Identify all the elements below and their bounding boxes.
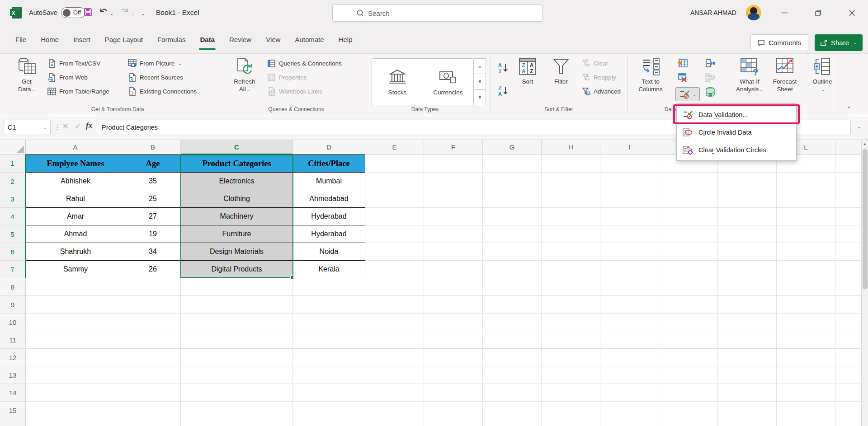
consolidate-button[interactable] bbox=[704, 57, 716, 69]
cell-B14[interactable] bbox=[125, 384, 181, 402]
cell-K8[interactable] bbox=[718, 278, 777, 296]
tab-formulas[interactable]: Formulas bbox=[150, 32, 193, 47]
cell-M4[interactable] bbox=[835, 208, 861, 225]
cell-L4[interactable] bbox=[777, 208, 835, 225]
cell-C1[interactable]: Product Categories bbox=[181, 154, 293, 173]
cell-K15[interactable] bbox=[718, 402, 777, 419]
tab-view[interactable]: View bbox=[259, 32, 288, 47]
cell-F1[interactable] bbox=[424, 154, 483, 173]
cell-G10[interactable] bbox=[483, 314, 542, 331]
cell-C14[interactable] bbox=[181, 384, 293, 402]
cell-C4[interactable]: Machinery bbox=[181, 208, 293, 225]
cell-M14[interactable] bbox=[835, 384, 861, 402]
cell-H11[interactable] bbox=[542, 331, 600, 349]
cell-G5[interactable] bbox=[483, 225, 542, 243]
cell-A5[interactable]: Ahmad bbox=[26, 225, 125, 243]
cell-K6[interactable] bbox=[718, 243, 777, 261]
cell-M9[interactable] bbox=[835, 296, 861, 314]
cell-C5[interactable]: Furniture bbox=[181, 225, 293, 243]
menu-item-data-validation[interactable]: Data Validation... bbox=[677, 106, 796, 123]
cell-C7[interactable]: Digital Products bbox=[181, 261, 293, 278]
from-picture-button[interactable]: From Picture⌄ bbox=[127, 57, 197, 70]
cell-C10[interactable] bbox=[181, 314, 293, 331]
cell-I5[interactable] bbox=[600, 225, 659, 243]
row-header-10[interactable]: 10 bbox=[0, 314, 26, 331]
cell-F3[interactable] bbox=[424, 190, 483, 208]
autosave-toggle[interactable]: Off bbox=[61, 7, 85, 18]
cell-K7[interactable] bbox=[718, 261, 777, 278]
close-button[interactable] bbox=[839, 0, 865, 26]
cell-J15[interactable] bbox=[659, 402, 718, 419]
cell-L16[interactable] bbox=[777, 419, 835, 426]
cell-K14[interactable] bbox=[718, 384, 777, 402]
cell-M13[interactable] bbox=[835, 366, 861, 384]
cell-E12[interactable] bbox=[365, 349, 424, 366]
cell-G12[interactable] bbox=[483, 349, 542, 366]
cell-C8[interactable] bbox=[181, 278, 293, 296]
cell-F16[interactable] bbox=[424, 419, 483, 426]
row-header-3[interactable]: 3 bbox=[0, 190, 26, 208]
cell-M10[interactable] bbox=[835, 314, 861, 331]
cell-I11[interactable] bbox=[600, 331, 659, 349]
cell-J6[interactable] bbox=[659, 243, 718, 261]
cell-C11[interactable] bbox=[181, 331, 293, 349]
cell-H10[interactable] bbox=[542, 314, 600, 331]
cell-C12[interactable] bbox=[181, 349, 293, 366]
row-header-9[interactable]: 9 bbox=[0, 296, 26, 314]
cell-G15[interactable] bbox=[483, 402, 542, 419]
tab-page-layout[interactable]: Page Layout bbox=[98, 32, 150, 47]
cell-L8[interactable] bbox=[777, 278, 835, 296]
menu-item-circle-invalid-data[interactable]: Circle Invalid Data bbox=[677, 123, 796, 141]
user-name[interactable]: ANSAR AHMAD bbox=[690, 9, 736, 16]
cell-B3[interactable]: 25 bbox=[125, 190, 181, 208]
advanced-button[interactable]: Advanced bbox=[581, 85, 621, 98]
cell-L9[interactable] bbox=[777, 296, 835, 314]
minimize-button[interactable] bbox=[771, 0, 797, 26]
cell-G14[interactable] bbox=[483, 384, 542, 402]
cell-J5[interactable] bbox=[659, 225, 718, 243]
row-header-2[interactable]: 2 bbox=[0, 173, 26, 190]
cell-A4[interactable]: Amar bbox=[26, 208, 125, 225]
cell-I6[interactable] bbox=[600, 243, 659, 261]
cell-H12[interactable] bbox=[542, 349, 600, 366]
cell-H16[interactable] bbox=[542, 419, 600, 426]
cell-B10[interactable] bbox=[125, 314, 181, 331]
cell-H13[interactable] bbox=[542, 366, 600, 384]
menu-item-clear-validation-circles[interactable]: Clear Validation Circles bbox=[677, 141, 796, 159]
cell-H9[interactable] bbox=[542, 296, 600, 314]
from-table-range-button[interactable]: From Table/Range bbox=[47, 85, 109, 98]
cell-E8[interactable] bbox=[365, 278, 424, 296]
cell-J11[interactable] bbox=[659, 331, 718, 349]
cell-H6[interactable] bbox=[542, 243, 600, 261]
cell-L7[interactable] bbox=[777, 261, 835, 278]
cell-B9[interactable] bbox=[125, 296, 181, 314]
cell-B7[interactable]: 26 bbox=[125, 261, 181, 278]
cell-F7[interactable] bbox=[424, 261, 483, 278]
cell-E10[interactable] bbox=[365, 314, 424, 331]
formula-bar-expand-chevron-icon[interactable]: ⌄ bbox=[857, 124, 861, 130]
cell-D5[interactable]: Hyderabad bbox=[293, 225, 365, 243]
cell-G6[interactable] bbox=[483, 243, 542, 261]
cell-G11[interactable] bbox=[483, 331, 542, 349]
cell-B12[interactable] bbox=[125, 349, 181, 366]
tab-review[interactable]: Review bbox=[222, 32, 259, 47]
cell-F15[interactable] bbox=[424, 402, 483, 419]
cell-L5[interactable] bbox=[777, 225, 835, 243]
cell-M3[interactable] bbox=[835, 190, 861, 208]
cell-I16[interactable] bbox=[600, 419, 659, 426]
cell-J10[interactable] bbox=[659, 314, 718, 331]
cell-I12[interactable] bbox=[600, 349, 659, 366]
cell-K10[interactable] bbox=[718, 314, 777, 331]
cell-C6[interactable]: Design Materials bbox=[181, 243, 293, 261]
cell-J12[interactable] bbox=[659, 349, 718, 366]
column-header-C[interactable]: C bbox=[181, 140, 293, 154]
row-header-1[interactable]: 1 bbox=[0, 154, 26, 173]
cell-D9[interactable] bbox=[293, 296, 365, 314]
cell-F6[interactable] bbox=[424, 243, 483, 261]
cell-A7[interactable]: Sammy bbox=[26, 261, 125, 278]
get-data-button[interactable]: Get Data⌄ bbox=[11, 56, 42, 94]
cell-B13[interactable] bbox=[125, 366, 181, 384]
cell-D3[interactable]: Ahmedabad bbox=[293, 190, 365, 208]
cell-I10[interactable] bbox=[600, 314, 659, 331]
scrollbar-thumb[interactable] bbox=[863, 149, 868, 289]
